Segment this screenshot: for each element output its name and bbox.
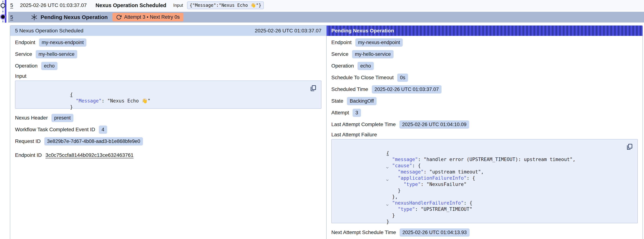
code-line: "applicationFailureInfo": { xyxy=(332,169,624,175)
code-line: { xyxy=(332,144,624,150)
field-row: Operation echo xyxy=(331,60,638,72)
field-value-chip: 2025-02-26 UTC 01:04:10.09 xyxy=(400,120,469,129)
retry-badge-label: Attempt 3 • Next Retry 0s xyxy=(124,14,180,20)
code-line: } xyxy=(16,98,308,104)
retry-status-badge: Attempt 3 • Next Retry 0s xyxy=(112,13,184,22)
copy-button[interactable] xyxy=(626,143,633,150)
code-line: }, xyxy=(332,188,624,194)
field-value-chip: my-nexus-endpoint xyxy=(355,38,403,47)
field-row: Operation echo xyxy=(15,60,322,72)
code-line: { xyxy=(16,85,308,92)
field-label: Endpoint ID xyxy=(15,152,42,158)
timeline-pending-dot-icon xyxy=(0,14,6,20)
event-input-label: Input xyxy=(173,3,183,8)
endpoint-id-link[interactable]: 3c0c75ccfa8144b092c13ce632463761 xyxy=(46,152,134,158)
field-value-chip: my-hello-service xyxy=(352,50,394,58)
field-value-chip: 2025-02-26 UTC 01:03:37.07 xyxy=(372,85,442,94)
history-row-pending-nexus-operation[interactable]: 5 Pending Nexus Operation Attempt 3 • Ne… xyxy=(8,12,644,22)
field-row: Schedule To Close Timeout 0s xyxy=(331,72,638,84)
scheduled-event-panel: 5 Nexus Operation Scheduled 2025-02-26 U… xyxy=(10,26,326,239)
copy-icon xyxy=(626,143,633,150)
scheduled-fields-top: Endpoint my-nexus-endpoint Service my-he… xyxy=(15,36,322,72)
pending-panel-title: Pending Nexus Operation xyxy=(331,28,394,34)
event-name: Pending Nexus Operation xyxy=(41,14,108,20)
field-label: Scheduled Time xyxy=(331,86,368,92)
field-label: Service xyxy=(331,51,348,57)
endpoint-id-row: Endpoint ID 3c0c75ccfa8144b092c13ce63246… xyxy=(15,149,322,161)
event-input-value-chip: {"Message":"Nexus Echo 👋"} xyxy=(187,2,264,9)
code-line: } xyxy=(332,181,624,188)
field-row: Scheduled Time 2025-02-26 UTC 01:03:37.0… xyxy=(331,84,638,95)
code-line: "type": "NexusFailure" xyxy=(332,175,624,181)
field-row: Workflow Task Completed Event ID 4 xyxy=(15,124,322,136)
scheduled-panel-timestamp: 2025-02-26 UTC 01:03:37.07 xyxy=(255,28,322,34)
field-label: Schedule To Close Timeout xyxy=(331,75,394,80)
code-line: "message": "upstream timeout", xyxy=(332,162,624,169)
event-id-link[interactable]: 5 xyxy=(10,2,13,8)
history-row-nexus-operation-scheduled[interactable]: 5 2025-02-26 UTC 01:03:37.07 Nexus Opera… xyxy=(8,0,644,10)
field-value-chip: 3e829b7e-7d67-4b08-aad3-b1e868bfe9e0 xyxy=(44,137,143,146)
field-label: Endpoint xyxy=(331,40,352,46)
input-json-lines: { "Message": "Nexus Echo 👋" xyxy=(16,85,308,104)
copy-icon xyxy=(310,85,316,92)
scheduled-fields-bottom: Nexus Header present Workflow Task Compl… xyxy=(15,112,322,147)
event-id-link[interactable]: 5 xyxy=(10,14,13,20)
field-label: Service xyxy=(15,51,32,57)
pending-operation-panel: Pending Nexus Operation Endpoint my-nexu… xyxy=(326,26,642,239)
json-rest: } xyxy=(70,104,73,110)
pending-panel-header: Pending Nexus Operation xyxy=(326,26,642,36)
field-label: State xyxy=(331,98,343,104)
field-label: Operation xyxy=(331,63,354,69)
failure-json-codeblock[interactable]: { "message": "handler error (UPSTREAM_TI… xyxy=(331,139,638,223)
field-value-chip: my-nexus-endpoint xyxy=(39,38,86,47)
field-row: Request ID 3e829b7e-7d67-4b08-aad3-b1e86… xyxy=(15,136,322,147)
code-line: } xyxy=(332,212,624,218)
code-line: "nexusHandlerFailureInfo": { xyxy=(332,194,624,200)
failure-json-lines: { "message": "handler error (UPSTREAM_TI… xyxy=(332,144,624,218)
event-detail-container: 5 Nexus Operation Scheduled 2025-02-26 U… xyxy=(10,25,643,239)
code-line: "message": "handler error (UPSTREAM_TIME… xyxy=(332,150,624,156)
code-line: "cause": { xyxy=(332,156,624,162)
field-label: Operation xyxy=(15,63,38,69)
failure-section-label: Last Attempt Failure xyxy=(331,130,638,139)
event-history-page: 5 2025-02-26 UTC 01:03:37.07 Nexus Opera… xyxy=(0,0,644,239)
field-label: Attempt xyxy=(331,110,349,116)
field-label: Request ID xyxy=(15,138,41,144)
field-row: Endpoint my-nexus-endpoint xyxy=(331,36,638,48)
scheduled-panel-title: 5 Nexus Operation Scheduled xyxy=(15,28,84,34)
field-value-chip: BackingOff xyxy=(347,97,376,105)
code-line: "type": "UPSTREAM_TIMEOUT" xyxy=(332,200,624,206)
field-label: Workflow Task Completed Event ID xyxy=(15,127,95,132)
timeline-event-dot-icon xyxy=(0,3,5,8)
field-value-chip: my-hello-service xyxy=(36,50,77,58)
json-rest: } xyxy=(386,219,389,224)
scheduled-panel-header: 5 Nexus Operation Scheduled 2025-02-26 U… xyxy=(10,26,326,36)
field-value-chip: 2025-02-26 UTC 01:04:13.93 xyxy=(400,228,469,236)
pending-fields: Endpoint my-nexus-endpoint Service my-he… xyxy=(331,36,638,130)
field-label: Last Attempt Complete Time xyxy=(331,122,396,127)
field-row: Attempt 3 xyxy=(331,107,638,118)
field-value-chip: echo xyxy=(358,62,374,70)
event-timestamp: 2025-02-26 UTC 01:03:37.07 xyxy=(20,2,87,8)
input-section-label: Input xyxy=(15,72,322,80)
copy-button[interactable] xyxy=(309,84,317,92)
field-value-chip: 0s xyxy=(397,74,408,82)
field-label: Endpoint xyxy=(15,40,35,46)
retry-icon xyxy=(116,14,122,20)
code-line: } xyxy=(332,206,624,212)
event-name: Nexus Operation Scheduled xyxy=(96,2,166,8)
field-value-chip: 4 xyxy=(99,126,107,134)
field-row: Service my-hello-service xyxy=(331,48,638,60)
pending-asterisk-icon xyxy=(31,14,38,21)
field-row: State BackingOff xyxy=(331,95,638,107)
input-json-codeblock[interactable]: { "Message": "Nexus Echo 👋" xyxy=(15,80,322,109)
timeline-active-bar xyxy=(5,0,6,23)
code-line: "Message": "Nexus Echo 👋" xyxy=(16,92,308,98)
field-value-chip: echo xyxy=(41,62,58,70)
field-value-chip: 3 xyxy=(352,109,361,117)
field-row: Endpoint my-nexus-endpoint xyxy=(15,36,322,48)
field-row: Service my-hello-service xyxy=(15,48,322,60)
field-row: Last Attempt Complete Time 2025-02-26 UT… xyxy=(331,118,638,130)
